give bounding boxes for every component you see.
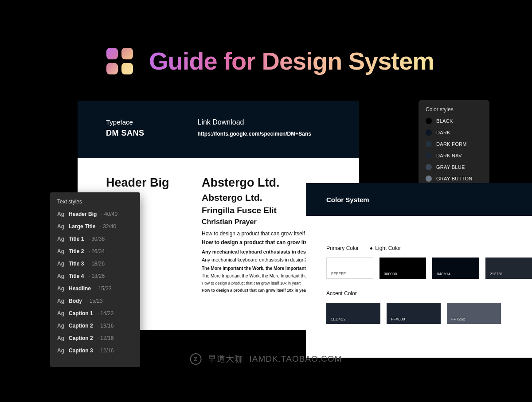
text-style-row[interactable]: AgLarge Title· 32/40 — [57, 223, 133, 230]
color-swatch-icon — [426, 129, 432, 136]
ag-icon: Ag — [57, 335, 64, 341]
text-style-row[interactable]: AgBody· 15/23 — [57, 298, 133, 304]
text-style-meta: · 12/16 — [98, 335, 114, 341]
color-swatch-icon — [426, 164, 432, 170]
ag-icon: Ag — [57, 236, 64, 242]
text-style-meta: · 15/23 — [95, 285, 112, 292]
color-styles-heading: Color styles — [426, 106, 482, 113]
ag-icon: Ag — [57, 223, 64, 230]
color-swatch[interactable]: FF7262 — [447, 303, 501, 324]
text-style-meta: · 18/26 — [88, 261, 105, 267]
ag-icon: Ag — [57, 298, 64, 304]
swatch-hex: 212731 — [490, 272, 503, 276]
typeface-panel: Typeface DM SANS Link Download https://f… — [78, 101, 359, 158]
text-style-name: Caption 2 — [69, 323, 93, 329]
color-style-row[interactable]: BLACK — [426, 118, 482, 124]
typeface-name: DM SANS — [106, 129, 145, 138]
text-style-name: Title 4 — [69, 273, 84, 279]
color-swatch-icon — [426, 141, 432, 147]
text-style-row[interactable]: AgCaption 2· 13/16 — [57, 323, 133, 329]
color-swatch[interactable]: 000000 — [379, 258, 426, 279]
color-swatch[interactable]: FFA800 — [387, 303, 441, 324]
text-style-meta: · 32/40 — [100, 223, 116, 230]
download-url[interactable]: https://fonts.google.com/specimen/DM+San… — [198, 131, 311, 137]
color-swatch[interactable]: 212731 — [485, 258, 532, 279]
text-style-name: Title 1 — [69, 236, 84, 242]
swatch-hex: 000000 — [384, 272, 397, 276]
text-style-row[interactable]: AgHeadline· 15/23 — [57, 285, 133, 292]
color-system-header: Color System — [306, 183, 532, 216]
light-color-label: Light Color — [370, 245, 401, 251]
text-style-row[interactable]: AgHeader Big· 40/40 — [57, 211, 133, 217]
color-style-row[interactable]: GRAY BLUE — [426, 164, 482, 170]
specimen-header-big: Header Big — [106, 176, 172, 190]
color-style-name: BLACK — [436, 118, 453, 124]
color-style-name: DARK — [436, 130, 450, 135]
color-style-name: DARK NAV — [436, 153, 462, 158]
text-style-row[interactable]: AgCaption 2· 12/16 — [57, 335, 133, 341]
accent-color-label: Accent Color — [326, 290, 532, 297]
accent-swatch-row: 1ED4B2FFA800FF7262 — [326, 303, 532, 324]
text-style-meta: · 12/16 — [98, 347, 114, 354]
page-title: Guide for Design System — [149, 47, 434, 75]
text-style-meta: · 26/34 — [88, 248, 105, 254]
text-style-meta: · 14/22 — [98, 310, 114, 316]
text-style-name: Title 2 — [69, 248, 84, 254]
text-style-name: Caption 1 — [69, 310, 93, 316]
color-style-name: GRAY BUTTON — [436, 176, 473, 181]
text-style-name: Large Title — [69, 223, 95, 230]
watermark: Z 早道大咖 IAMDK.TAOBAO.COM — [190, 353, 342, 365]
watermark-badge-icon: Z — [190, 353, 202, 365]
color-style-row[interactable]: DARK — [426, 129, 482, 136]
text-style-meta: · 15/23 — [86, 298, 103, 304]
swatch-hex: 1ED4B2 — [331, 317, 346, 321]
text-style-meta: · 18/26 — [88, 273, 105, 279]
color-system-body: Primary Color Light Color FFFFFF00000004… — [306, 216, 532, 358]
ag-icon: Ag — [57, 248, 64, 254]
color-style-row[interactable]: DARK FORM — [426, 141, 482, 147]
text-style-row[interactable]: AgTitle 4· 18/26 — [57, 273, 133, 279]
text-style-row[interactable]: AgTitle 1· 30/38 — [57, 236, 133, 242]
text-styles-heading: Text styles — [57, 199, 133, 205]
primary-swatch-row: FFFFFF000000040A14212731 — [326, 258, 532, 279]
color-style-row[interactable]: GRAY BUTTON — [426, 176, 482, 182]
text-style-name: Caption 2 — [69, 335, 93, 341]
title-row: Guide for Design System — [106, 47, 434, 75]
watermark-brand: 早道大咖 — [208, 353, 243, 365]
typeface-column: Typeface DM SANS — [106, 118, 145, 158]
color-swatch-icon — [426, 176, 432, 182]
text-style-meta: · 30/38 — [88, 236, 105, 242]
swatch-hex: FF7262 — [451, 317, 465, 321]
color-style-row[interactable]: DARK NAV — [426, 152, 482, 159]
ag-icon: Ag — [57, 310, 64, 316]
text-style-row[interactable]: AgCaption 1· 14/22 — [57, 310, 133, 316]
ag-icon: Ag — [57, 285, 64, 292]
text-style-row[interactable]: AgTitle 3· 18/26 — [57, 261, 133, 267]
primary-color-label: Primary Color — [326, 245, 359, 251]
download-label: Link Download — [198, 118, 311, 126]
text-style-meta: · 40/40 — [101, 211, 117, 217]
ag-icon: Ag — [57, 323, 64, 329]
text-style-name: Caption 3 — [69, 347, 93, 354]
text-style-row[interactable]: AgCaption 3· 12/16 — [57, 347, 133, 354]
ag-icon: Ag — [57, 273, 64, 279]
text-style-name: Title 3 — [69, 261, 84, 267]
color-swatch[interactable]: FFFFFF — [326, 258, 373, 279]
text-style-name: Body — [69, 298, 82, 304]
color-system-title: Color System — [326, 196, 369, 203]
color-swatch-icon — [426, 152, 432, 159]
color-style-name: GRAY BLUE — [436, 164, 465, 170]
text-style-row[interactable]: AgTitle 2· 26/34 — [57, 248, 133, 254]
ag-icon: Ag — [57, 347, 64, 354]
color-swatch[interactable]: 1ED4B2 — [326, 303, 380, 324]
swatch-hex: 040A14 — [437, 272, 450, 276]
watermark-url: IAMDK.TAOBAO.COM — [250, 354, 342, 364]
color-swatch[interactable]: 040A14 — [432, 258, 479, 279]
color-style-name: DARK FORM — [436, 141, 467, 147]
download-column: Link Download https://fonts.google.com/s… — [198, 118, 311, 158]
ag-icon: Ag — [57, 211, 64, 217]
text-style-name: Header Big — [69, 211, 97, 217]
text-style-name: Headline — [69, 285, 91, 292]
text-style-meta: · 13/16 — [98, 323, 114, 329]
swatch-hex: FFFFFF — [331, 271, 346, 276]
